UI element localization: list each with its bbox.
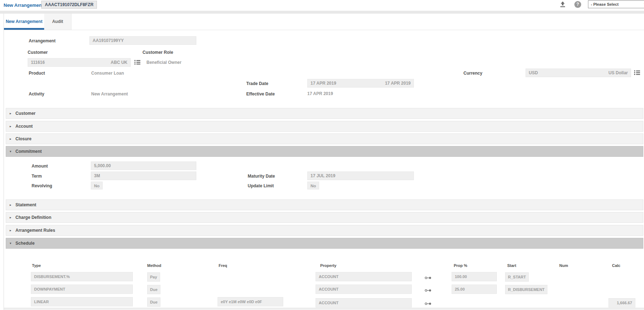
amount-field[interactable]: 5,000.00 — [91, 161, 196, 170]
trade-date-field[interactable]: 17 APR 2019 17 APR 2019 — [307, 79, 414, 88]
expand-icon — [10, 216, 15, 219]
update-limit-field[interactable]: No — [307, 182, 319, 189]
currency-field[interactable]: USD US Dollar — [526, 69, 631, 77]
collapse-icon — [10, 241, 15, 245]
product-label: Product — [29, 71, 45, 76]
term-label: Term — [32, 174, 42, 179]
term-value: 3M — [94, 173, 100, 178]
schedule-calc-field[interactable]: 1,666.67 — [608, 298, 635, 307]
maturity-date-value: 17 JUL 2019 — [311, 173, 335, 178]
tab-audit[interactable]: Audit — [44, 14, 71, 30]
product-value: Consumer Loan — [91, 71, 124, 76]
section-label: Charge Definition — [15, 215, 51, 220]
arrangement-reference-badge: AAACT191072DLF8FZR — [41, 1, 97, 9]
arrangement-value: AA19107199YY — [93, 38, 124, 43]
trade-date-value: 17 APR 2019 — [311, 81, 336, 86]
col-header-calc: Calc — [612, 263, 620, 268]
currency-name-value: US Dollar — [608, 70, 628, 75]
section-commitment[interactable]: Commitment — [6, 146, 643, 157]
trade-date-label: Trade Date — [246, 81, 268, 86]
expand-icon — [10, 203, 15, 207]
arrangement-field[interactable]: AA19107199YY — [89, 36, 196, 45]
col-header-num: Num — [559, 263, 568, 268]
col-header-property: Property — [320, 263, 336, 268]
arrangement-label: Arrangement — [29, 38, 56, 43]
section-label: Statement — [15, 202, 36, 207]
customer-role-label: Customer Role — [143, 50, 173, 55]
schedule-prop-pct-field[interactable]: 25.00 — [452, 285, 497, 294]
amount-value: 5,000.00 — [94, 163, 111, 168]
schedule-prop-pct-field[interactable]: 100.00 — [452, 272, 497, 281]
revolving-field[interactable]: No — [91, 182, 103, 189]
link-icon[interactable] — [425, 300, 431, 307]
trade-date-value-2: 17 APR 2019 — [385, 81, 411, 86]
new-arrangement-screen: New Arrangement AAACT191072DLF8FZR ? - P… — [0, 0, 644, 310]
collapse-icon — [10, 150, 15, 153]
tab-new-arrangement[interactable]: New Arrangement — [4, 14, 44, 30]
link-icon[interactable] — [425, 274, 431, 281]
schedule-type-field[interactable]: DOWNPAYMENT — [31, 285, 133, 294]
section-label: Closure — [15, 136, 32, 141]
schedule-start-field[interactable]: R_DISBURSEMENT — [505, 285, 547, 294]
section-label: Arrangement Rules — [15, 228, 55, 233]
schedule-freq-field[interactable]: e0Y e1M e0W e0D e0F — [218, 297, 283, 306]
expand-icon — [10, 229, 15, 232]
schedule-type-field[interactable]: DISBURSEMENT.% — [31, 272, 133, 281]
term-field[interactable]: 3M — [91, 172, 196, 180]
customer-role-value: Beneficial Owner — [146, 60, 181, 65]
tab-bar-underline — [4, 30, 644, 30]
effective-date-value: 17 APR 2019 — [307, 91, 333, 96]
schedule-property-field[interactable]: ACCOUNT — [316, 272, 412, 281]
section-label: Account — [15, 124, 33, 129]
schedule-start-field[interactable]: R_START — [505, 272, 529, 282]
col-header-type: Type — [32, 263, 41, 268]
customer-field[interactable]: 111616 ABC UK — [28, 58, 131, 67]
maturity-date-label: Maturity Date — [248, 174, 275, 179]
activity-label: Activity — [29, 91, 44, 97]
header-divider — [0, 11, 644, 14]
col-header-prop-pct: Prop % — [454, 263, 467, 268]
currency-code-value: USD — [529, 70, 538, 75]
customer-id-value: 111616 — [31, 60, 45, 65]
update-limit-label: Update Limit — [248, 183, 274, 188]
section-statement[interactable]: Statement — [6, 199, 643, 210]
col-header-freq: Freq — [219, 263, 227, 268]
maturity-date-field[interactable]: 17 JUL 2019 — [307, 172, 414, 180]
section-label: Commitment — [15, 149, 42, 154]
section-closure[interactable]: Closure — [6, 133, 643, 144]
section-label: Schedule — [15, 241, 34, 246]
customer-list-icon[interactable] — [134, 60, 140, 66]
expand-icon — [10, 137, 15, 141]
currency-list-icon[interactable] — [634, 70, 640, 77]
action-select-value: - Please Select — [591, 2, 619, 6]
section-account[interactable]: Account — [6, 121, 643, 132]
currency-label: Currency — [463, 71, 482, 76]
link-icon[interactable] — [425, 287, 431, 293]
upload-icon[interactable] — [559, 1, 566, 9]
help-icon[interactable]: ? — [574, 1, 581, 8]
next-section-edge — [4, 308, 644, 310]
activity-value: New Arrangement — [91, 91, 128, 97]
customer-name-value: ABC UK — [111, 60, 127, 65]
expand-icon — [10, 112, 15, 115]
section-label: Customer — [15, 111, 36, 116]
section-customer[interactable]: Customer — [6, 108, 643, 119]
section-schedule[interactable]: Schedule — [6, 238, 643, 249]
page-title: New Arrangement — [4, 3, 43, 8]
section-arrangement-rules[interactable]: Arrangement Rules — [6, 225, 643, 236]
schedule-type-field[interactable]: LINEAR — [31, 297, 133, 306]
customer-label: Customer — [28, 50, 48, 55]
action-select[interactable]: - Please Select ▼ — [588, 0, 644, 8]
schedule-property-field[interactable]: ACCOUNT — [316, 298, 412, 307]
panel-left-border — [4, 14, 4, 310]
schedule-method-field[interactable]: Pay — [147, 272, 160, 282]
amount-label: Amount — [32, 164, 48, 169]
effective-date-label: Effective Date — [246, 91, 275, 97]
col-header-start: Start — [507, 263, 516, 268]
section-charge-definition[interactable]: Charge Definition — [6, 212, 643, 223]
schedule-property-field[interactable]: ACCOUNT — [316, 285, 412, 294]
schedule-method-field[interactable]: Due — [147, 285, 160, 294]
revolving-label: Revolving — [32, 183, 52, 188]
schedule-method-field[interactable]: Due — [147, 297, 160, 307]
expand-icon — [10, 125, 15, 128]
